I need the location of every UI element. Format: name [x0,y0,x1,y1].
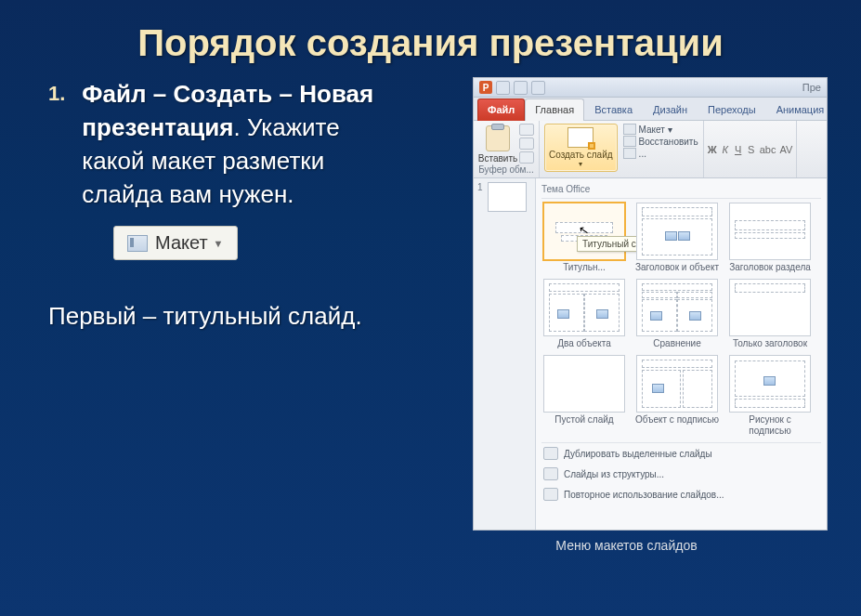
spacing-button[interactable]: AV [779,144,792,155]
figure-caption: Меню макетов слайдов [425,538,828,553]
note-text: Первый – титульный слайд. [48,299,407,333]
layout-title-slide[interactable]: ↖ Титульный слайд Титульн... [541,203,627,273]
gallery-header: Тема Office [541,182,821,199]
layout-label: Сравнение [634,338,720,349]
layout-label: Титульн... [541,262,627,273]
section-icon [623,148,636,159]
slide-index: 1 [477,182,483,192]
powerpoint-logo-icon: P [479,81,492,94]
clipboard-group-label: Буфер обм... [478,164,534,175]
tab-file[interactable]: Файл [477,98,525,121]
reuse-slides-item[interactable]: Повторное использование слайдов... [541,484,821,505]
ribbon-tabs: Файл Главная Вставка Дизайн Переходы Ани… [474,98,827,121]
layout-two-content[interactable]: Два объекта [541,279,627,349]
tab-transitions[interactable]: Переходы [698,98,766,121]
layout-title-only[interactable]: Только заголовок [727,279,813,349]
list-number: 1. [48,77,65,211]
duplicate-slides-item[interactable]: Дублировать выделенные слайды [541,443,821,464]
clipboard-icon [486,125,510,151]
layout-label: Только заголовок [727,338,813,349]
tab-design[interactable]: Дизайн [643,98,698,121]
layout-small-icon [623,124,636,135]
layout-icon [127,235,148,252]
reuse-icon [543,488,558,501]
slides-from-outline-item[interactable]: Слайды из структуры... [541,464,821,484]
slide-panel: 1 [474,178,536,530]
window-title-fragment: Пре [802,82,821,93]
shadow-button[interactable]: abc [760,144,776,155]
slide-title: Порядок создания презентации [0,0,861,77]
left-column: 1. Файл – Создать – Новая презентация. У… [48,77,425,553]
layout-label: Объект с подписью [634,414,720,426]
cut-icon[interactable] [519,124,534,136]
layout-content-caption[interactable]: Объект с подписью [634,355,720,437]
layout-button-label: Макет [155,232,208,254]
dropdown-caret-icon: ▼ [214,238,224,249]
tab-insert[interactable]: Вставка [584,98,643,121]
underline-button[interactable]: Ч [734,144,743,155]
layout-label: Заголовок и объект [634,262,720,273]
right-column: P Пре Файл Главная Вставка Дизайн Перехо… [425,77,828,553]
tab-animation[interactable]: Анимация [766,98,835,121]
layout-comparison[interactable]: Сравнение [634,279,720,349]
slides-group: Создать слайд ▾ Макет ▾ Восстановить ... [540,121,704,177]
reset-icon [623,136,636,147]
layout-label: Заголовок раздела [727,262,813,273]
font-group: Ж К Ч S abc AV [704,121,798,177]
qat-undo-icon[interactable] [514,81,528,95]
ribbon: Вставить Буфер обм... [474,121,827,178]
clipboard-group: Вставить Буфер обм... [474,121,540,177]
paste-label: Вставить [478,153,517,164]
quick-access-toolbar: P Пре [474,78,827,98]
layout-label: Пустой слайд [541,414,627,426]
qat-save-icon[interactable] [496,81,510,95]
bold-button[interactable]: Ж [708,144,717,155]
section-button[interactable]: ... [623,148,698,159]
layout-label: Два объекта [541,338,627,349]
layout-blank[interactable]: Пустой слайд [541,355,627,437]
layout-button-sample: Макет ▼ [113,226,238,260]
new-slide-label: Создать слайд [549,150,613,160]
qat-redo-icon[interactable] [531,81,545,95]
paste-button[interactable]: Вставить [478,124,517,164]
layout-label: Рисунок с подписью [727,414,813,437]
work-area: 1 Тема Office ↖ Титульный слайд Титульн.… [474,178,827,530]
gallery-footer: Дублировать выделенные слайды Слайды из … [541,442,821,505]
copy-icon[interactable] [519,138,534,150]
strike-button[interactable]: S [747,144,756,155]
tab-home[interactable]: Главная [525,98,584,121]
powerpoint-window: P Пре Файл Главная Вставка Дизайн Перехо… [473,77,828,531]
italic-button[interactable]: К [721,144,730,155]
layout-section-header[interactable]: Заголовок раздела [727,203,813,273]
layout-dropdown[interactable]: Макет ▾ [623,124,698,135]
content-glyph-icon [665,231,677,241]
layout-gallery: Тема Office ↖ Титульный слайд Титульн... [536,178,827,530]
content-glyph-icon [678,231,690,241]
layout-picture-caption[interactable]: Рисунок с подписью [727,355,813,437]
step-text: Файл – Создать – Новая презентация. Укаж… [82,77,407,211]
new-slide-icon [567,127,594,148]
new-slide-button[interactable]: Создать слайд ▾ [544,124,618,172]
outline-icon [543,467,558,480]
slide-thumbnail[interactable] [488,182,527,212]
reset-button[interactable]: Восстановить [623,136,698,147]
duplicate-icon [543,447,558,460]
layout-title-content[interactable]: Заголовок и объект [634,203,720,273]
format-painter-icon[interactable] [519,151,534,164]
